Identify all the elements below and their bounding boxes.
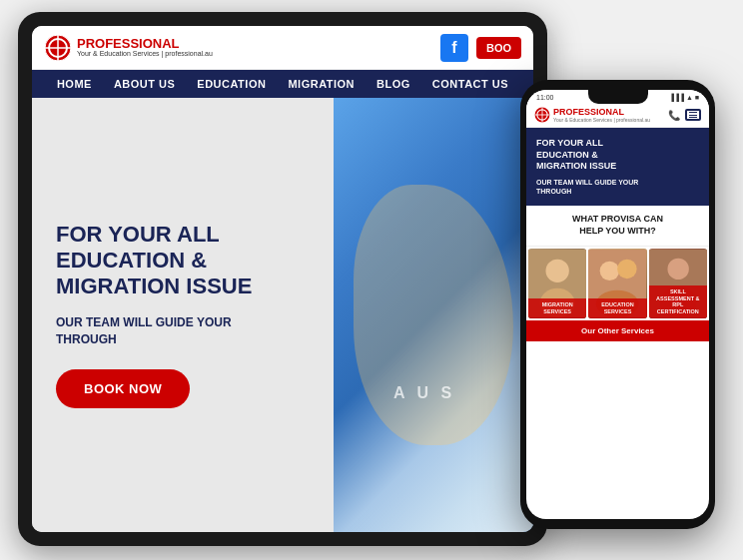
tablet-topbar-right: f BOO [440, 34, 521, 62]
svg-point-16 [667, 258, 688, 279]
phone-header-icons: 📞 [668, 109, 701, 121]
phone-logo-text: PROFESSIONAL [553, 107, 650, 117]
phone-header: PROFESSIONAL Your & Education Services |… [526, 103, 709, 128]
tablet-logo-tagline: Your & Education Services | professional… [77, 50, 213, 58]
phone-hero-title: FOR YOUR ALLEDUCATION &MIGRATION ISSUE [536, 138, 699, 173]
hero-subtitle: OUR TEAM WILL GUIDE YOURTHROUGH [56, 314, 310, 348]
svg-point-13 [617, 259, 636, 278]
tablet-screen: PROFESSIONAL Your & Education Services |… [32, 26, 533, 532]
tablet-nav: HOME ABOUT US EDUCATION MIGRATION BLOG C… [32, 70, 533, 98]
phone-hero: FOR YOUR ALLEDUCATION &MIGRATION ISSUE O… [526, 128, 709, 206]
phone-other-services[interactable]: Our Other Services [526, 320, 709, 341]
tablet-logo: PROFESSIONAL Your & Education Services |… [44, 34, 213, 62]
nav-about[interactable]: ABOUT US [114, 78, 175, 90]
tablet-topbar: PROFESSIONAL Your & Education Services |… [32, 26, 533, 70]
service-card-education[interactable]: EDUCATION SERVICES [588, 249, 646, 318]
phone-other-services-label: Our Other Services [536, 326, 699, 335]
logo-icon [44, 34, 72, 62]
phone-what-section: WHAT PROVISA CANHELP YOU WITH? [526, 206, 709, 246]
tablet-device: PROFESSIONAL Your & Education Services |… [18, 12, 547, 546]
nav-contact[interactable]: CONTACT US [432, 78, 508, 90]
service-label-skill: SKILL ASSESSMENT & RPL CERTIFICATION [649, 285, 707, 317]
phone-logo: PROFESSIONAL Your & Education Services |… [534, 107, 650, 123]
facebook-icon[interactable]: f [440, 34, 468, 62]
phone-services-grid: MIGRATION SERVICES EDUCATION SERVICES [526, 247, 709, 320]
phone-time: 11:00 [536, 94, 554, 101]
nav-migration[interactable]: MIGRATION [288, 78, 355, 90]
phone-menu-icon[interactable] [685, 109, 701, 121]
hero-title: FOR YOUR ALLEDUCATION &MIGRATION ISSUE [56, 222, 310, 300]
service-label-migration: MIGRATION SERVICES [528, 298, 586, 317]
tablet-hero-map [334, 98, 533, 532]
phone-hero-sub: OUR TEAM WILL GUIDE YOURTHROUGH [536, 178, 699, 196]
tablet-logo-text: PROFESSIONAL [77, 37, 213, 50]
svg-point-9 [545, 259, 568, 281]
phone-call-icon[interactable]: 📞 [668, 110, 680, 121]
service-card-migration[interactable]: MIGRATION SERVICES [528, 249, 586, 318]
tablet-hero-left: FOR YOUR ALLEDUCATION &MIGRATION ISSUE O… [32, 98, 334, 532]
service-label-education: EDUCATION SERVICES [588, 298, 646, 317]
map-visual [334, 98, 533, 532]
phone-logo-icon [534, 107, 550, 123]
nav-blog[interactable]: BLOG [376, 78, 410, 90]
nav-home[interactable]: HOME [57, 78, 92, 90]
phone-screen: 11:00 ▐▐▐ ▲ ■ PROFESSIONAL Your & Educat… [526, 90, 709, 519]
book-button-top[interactable]: BOO [476, 37, 521, 59]
phone-logo-sub: Your & Education Services | professional… [553, 117, 650, 123]
nav-education[interactable]: EDUCATION [197, 78, 266, 90]
phone-device: 11:00 ▐▐▐ ▲ ■ PROFESSIONAL Your & Educat… [520, 80, 715, 529]
svg-point-12 [600, 261, 619, 280]
tablet-hero: FOR YOUR ALLEDUCATION &MIGRATION ISSUE O… [32, 98, 533, 532]
phone-what-title: WHAT PROVISA CANHELP YOU WITH? [536, 214, 699, 237]
phone-notch [588, 90, 648, 104]
book-now-button[interactable]: BOOK NOW [56, 369, 190, 408]
service-card-skill[interactable]: SKILL ASSESSMENT & RPL CERTIFICATION [649, 249, 707, 318]
phone-signal: ▐▐▐ ▲ ■ [669, 94, 699, 101]
